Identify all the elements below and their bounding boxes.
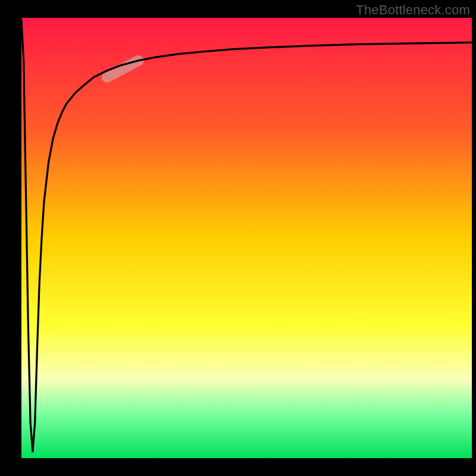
bottleneck-chart: TheBottleneck.com — [0, 0, 476, 476]
gradient-background — [21, 18, 472, 458]
watermark-text: TheBottleneck.com — [356, 2, 470, 18]
chart-canvas — [0, 0, 476, 476]
